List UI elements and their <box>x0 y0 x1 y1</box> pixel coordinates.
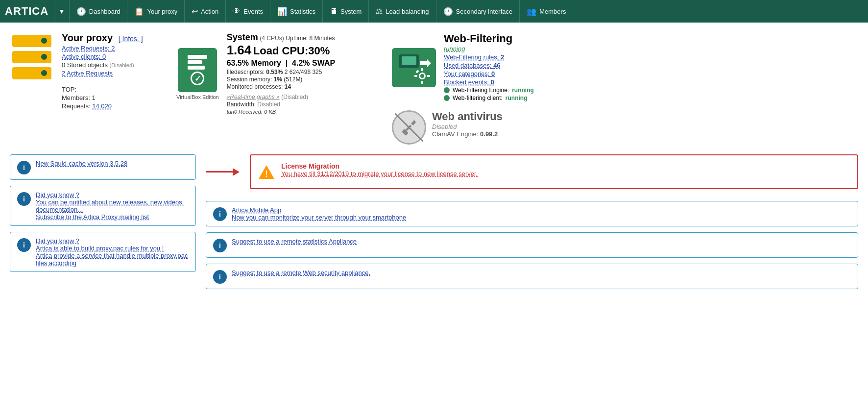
wa-title: Web antivirus <box>432 110 503 123</box>
suggest-stats-content: Suggest to use a remote statistics Appli… <box>232 238 357 245</box>
dyk1-line2-link[interactable]: Subscribe to the Artica Proxy mailing li… <box>36 213 149 221</box>
web-filtering-icon-box <box>392 48 436 87</box>
web-filtering-svg-icon <box>397 50 431 85</box>
wf-engine-status-row: Web-Filtering Engine: running <box>444 87 534 94</box>
dyk1-content: Did you know ? You can be notified about… <box>36 191 189 221</box>
artica-mobile-card: i Artica Mobile App Now you can monitori… <box>206 201 858 226</box>
svg-rect-12 <box>421 68 423 71</box>
svg-point-3 <box>41 54 47 60</box>
svg-point-5 <box>41 70 47 76</box>
dashboard-icon: 🕐 <box>76 7 86 16</box>
dyk2-line1-link[interactable]: Artica is able to build proxy.pac rules … <box>36 245 164 252</box>
arrow-head <box>233 168 240 176</box>
system-bars-icon <box>188 55 207 70</box>
svg-point-1 <box>41 38 47 44</box>
system-title-row: System (4 CPUs) UpTime: 8 Minutes <box>227 32 336 43</box>
wrench-icon <box>399 118 419 137</box>
wf-client-status-row: Web-filtering client: running <box>444 95 534 101</box>
requests-count: Requests: 14 020 <box>62 102 143 110</box>
active-requests-link[interactable]: Active Requests: 2 <box>62 45 143 52</box>
web-antivirus-icon <box>392 110 426 145</box>
mobile-title-link[interactable]: Artica Mobile App <box>232 206 281 214</box>
realtime-graphs-link[interactable]: «Real-time graphs » <box>227 94 280 100</box>
proxy-infos-link[interactable]: [ Infos. ] <box>119 35 143 43</box>
members-icon: 👥 <box>527 7 536 16</box>
wa-details: Web antivirus Disabled ClamAV Engine: 0.… <box>432 110 503 138</box>
realtime-row: «Real-time graphs » (Disabled) <box>227 93 336 100</box>
squid-update-link[interactable]: New Squid-cache version 3.5.28 <box>36 160 127 167</box>
info-icon-squid: i <box>17 161 31 174</box>
nav-item-your-proxy[interactable]: 📋 Your proxy <box>127 0 184 23</box>
active-requests-count-link[interactable]: 2 Active Requests <box>62 70 143 77</box>
active-clients-link[interactable]: Active clients: 0 <box>62 53 143 60</box>
dyk2-line2-link[interactable]: Artica provide a service that handle mul… <box>36 252 188 267</box>
svg-rect-7 <box>402 56 416 65</box>
proxy-icon: 📋 <box>134 7 144 16</box>
proxy-title: Your proxy <box>62 32 113 43</box>
logo-text: ARTICA <box>5 5 48 18</box>
nav-item-members[interactable]: 👥 Members <box>519 0 573 23</box>
wf-blocked-link[interactable]: Blocked events: 0 <box>444 78 534 86</box>
dyk2-line2: Artica provide a service that handle mul… <box>36 252 189 267</box>
nav-dropdown-button[interactable]: ▼ <box>54 0 69 23</box>
nav-logo[interactable]: ARTICA <box>0 0 54 23</box>
load-cpu-row: 1.64 Load CPU:30% <box>227 43 336 58</box>
wf-status[interactable]: running <box>444 45 465 52</box>
suggest-stats-link[interactable]: Suggest to use a remote statistics Appli… <box>232 238 357 245</box>
events-icon: 👁 <box>233 7 241 16</box>
members-count: Members: 1 <box>62 94 143 101</box>
wf-databases-row: Used databases: 46 <box>444 62 534 69</box>
wf-databases-link[interactable]: Used databases: 46 <box>444 62 534 69</box>
system-check-icon: ✓ <box>191 72 204 85</box>
wf-blocked-row: Blocked events: 0 <box>444 78 534 86</box>
wf-details: Web-Filtering running Web-Filtering rule… <box>444 32 534 102</box>
wf-rules-row: Web-Filtering rules: 2 <box>444 53 534 61</box>
wf-engine-dot <box>444 87 450 93</box>
system-title: System <box>227 32 258 42</box>
nav-label-your-proxy: Your proxy <box>147 8 177 15</box>
info-icon-mobile: i <box>213 207 227 221</box>
did-you-know-1-card: i Did you know ? You can be notified abo… <box>10 186 196 226</box>
nav-item-events[interactable]: 👁 Events <box>225 0 270 23</box>
wf-rules-link[interactable]: Web-Filtering rules: 2 <box>444 53 534 61</box>
web-antivirus-section: Web antivirus Disabled ClamAV Engine: 0.… <box>392 110 858 145</box>
license-arrow <box>206 168 240 176</box>
nav-item-load-balancing[interactable]: ⚖ Load balancing <box>368 0 435 23</box>
dyk2-content: Did you know ? Artica is able to build p… <box>36 237 189 267</box>
nav-item-system[interactable]: 🖥 System <box>322 0 368 23</box>
statistics-icon: 📊 <box>277 7 287 16</box>
info-icon-dyk2: i <box>17 238 31 252</box>
license-text-link[interactable]: You have till 31/12/2019 to migrate your… <box>281 170 478 177</box>
system-info: System (4 CPUs) UpTime: 8 Minutes 1.64 L… <box>227 32 336 116</box>
suggest-web-link[interactable]: Suggest to use a remote Web security app… <box>232 269 370 276</box>
nav-label-load-balancing: Load balancing <box>386 8 429 15</box>
dyk1-line1: You can be notified about new releases, … <box>36 198 189 213</box>
nav-label-system: System <box>340 8 362 15</box>
system-icon-box: ✓ <box>178 48 217 92</box>
nav-item-statistics[interactable]: 📊 Statistics <box>270 0 322 23</box>
nav-item-dashboard[interactable]: 🕐 Dashboard <box>69 0 127 23</box>
requests-value-link[interactable]: 14 020 <box>92 102 112 110</box>
nav-label-events: Events <box>243 8 263 15</box>
middle-row: i New Squid-cache version 3.5.28 i Did y… <box>10 154 858 289</box>
dyk2-line1: Artica is able to build proxy.pac rules … <box>36 245 189 252</box>
proxy-details: Your proxy [ Infos. ] Active Requests: 2… <box>62 32 143 111</box>
squid-update-card: i New Squid-cache version 3.5.28 <box>10 154 196 180</box>
wf-title: Web-Filtering <box>444 32 534 45</box>
dyk2-title-link[interactable]: Did you know ? <box>36 237 79 245</box>
wa-engine: ClamAV Engine: 0.99.2 <box>432 130 503 138</box>
stored-objects-text: 0 Stored objects (Disabled) <box>62 61 143 69</box>
nav-label-dashboard: Dashboard <box>89 8 121 15</box>
mobile-text-link[interactable]: Now you can monitorize your server throu… <box>232 214 406 221</box>
svg-point-11 <box>420 74 424 78</box>
dyk1-title-link[interactable]: Did you know ? <box>36 191 79 198</box>
did-you-know-2-card: i Did you know ? Artica is able to build… <box>10 232 196 272</box>
dyk1-line1-link[interactable]: You can be notified about new releases, … <box>36 198 184 213</box>
wf-categories-link[interactable]: Your categories: 0 <box>444 70 534 77</box>
secondary-interface-icon: 🕐 <box>443 7 453 16</box>
nav-item-action[interactable]: ↩ Action <box>184 0 225 23</box>
nav-item-secondary-interface[interactable]: 🕐 Secondary interface <box>436 0 520 23</box>
warning-icon: ! <box>258 164 275 181</box>
monitored-processes-row: Monitored processes: 14 <box>227 83 336 90</box>
system-icon: 🖥 <box>330 7 338 16</box>
